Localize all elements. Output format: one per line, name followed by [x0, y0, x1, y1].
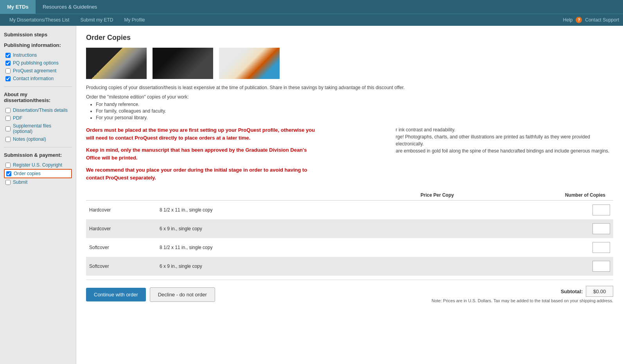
price-4: [336, 257, 457, 276]
type-1: Hardcover: [86, 201, 156, 220]
qty-input-3[interactable]: [592, 242, 610, 253]
submit-checkbox[interactable]: [5, 180, 11, 185]
price-1: [336, 201, 457, 220]
sidebar-title: Submission steps: [4, 32, 72, 38]
notes-label: Notes (optional): [13, 136, 46, 142]
pdf-checkbox[interactable]: [5, 116, 11, 121]
decline-button[interactable]: Decline - do not order: [150, 287, 215, 302]
right-info-2: rge! Photographs, charts, and other illu…: [396, 133, 613, 147]
table-row: Hardcover 6 x 9 in., single copy: [86, 219, 613, 238]
subtotal-line: Subtotal: $0.00: [561, 286, 613, 297]
sidebar: Submission steps Publishing information:…: [0, 26, 76, 364]
supplemental-checkbox[interactable]: [5, 126, 11, 131]
sidebar-item-pdf[interactable]: PDF: [4, 114, 72, 122]
contact-info-label: Contact information: [13, 76, 54, 81]
order-intro: Order the "milestone edition" copies of …: [86, 94, 613, 100]
right-info-section: r ink contrast and readability. rge! Pho…: [392, 126, 613, 186]
qty-cell-4: [457, 257, 613, 276]
main-layout: Submission steps Publishing information:…: [0, 26, 623, 364]
desc-1: 8 1/2 x 11 in., single copy: [156, 201, 336, 220]
warning-text-3: We recommend that you place your order d…: [86, 166, 321, 181]
notes-checkbox[interactable]: [5, 137, 11, 142]
order-copies-checkbox[interactable]: [6, 171, 11, 176]
tab-resources[interactable]: Resources & Guidelines: [36, 0, 104, 14]
sidebar-item-supplemental[interactable]: Supplemental files (optional): [4, 122, 72, 135]
bottom-bar: Continue with order Decline - do not ord…: [86, 280, 613, 305]
tab-my-etds[interactable]: My ETDs: [0, 0, 36, 14]
table-row: Softcover 6 x 9 in., single copy: [86, 257, 613, 276]
images-row: [86, 48, 613, 79]
contact-info-checkbox[interactable]: [5, 76, 11, 81]
subnav-my-profile[interactable]: My Profile: [118, 14, 150, 26]
desc-3: 8 1/2 x 11 in., single copy: [156, 238, 336, 257]
subnav-submit-etd[interactable]: Submit my ETD: [75, 14, 118, 26]
intro-text: Producing copies of your dissertation/th…: [86, 85, 613, 90]
qty-cell-3: [457, 238, 613, 257]
section-title-dissertation: About my dissertation/thesis:: [4, 91, 72, 103]
sidebar-item-proquest-agreement[interactable]: ProQuest agreement: [4, 67, 72, 75]
book-image-1: [86, 48, 147, 79]
subtotal-area: Subtotal: $0.00 Note: Prices are in U.S.…: [432, 286, 614, 303]
book-image-2: [153, 48, 213, 79]
split-section: Orders must be placed at the time you ar…: [86, 126, 613, 186]
col-description: [156, 190, 336, 201]
sidebar-item-order-copies[interactable]: Order copies: [4, 169, 72, 178]
qty-input-4[interactable]: [592, 261, 610, 272]
bullet-3: For your personal library.: [96, 115, 613, 120]
warning-text-1: Orders must be placed at the time you ar…: [86, 126, 321, 142]
instructions-label: Instructions: [13, 52, 37, 58]
copies-table: Price Per Copy Number of Copies Hardcove…: [86, 190, 613, 276]
bullet-list: For handy reference. For family, colleag…: [96, 102, 613, 120]
sidebar-item-dissertation-details[interactable]: Dissertation/Thesis details: [4, 106, 72, 114]
book-image-3: [219, 48, 280, 79]
pq-publishing-label: PQ publishing options: [13, 60, 59, 66]
sub-nav: My Dissertations/Theses List Submit my E…: [0, 14, 623, 26]
register-copyright-checkbox[interactable]: [5, 163, 11, 168]
sub-nav-right: Help ? Contact Support: [563, 17, 619, 23]
sidebar-item-notes[interactable]: Notes (optional): [4, 135, 72, 143]
subtotal-note: Note: Prices are in U.S. Dollars. Tax ma…: [432, 298, 614, 303]
dissertation-details-label: Dissertation/Thesis details: [13, 108, 68, 113]
pq-publishing-checkbox[interactable]: [5, 61, 11, 66]
continue-button[interactable]: Continue with order: [86, 288, 146, 301]
help-icon[interactable]: ?: [576, 17, 582, 23]
subtotal-value: $0.00: [586, 286, 613, 297]
order-copies-label: Order copies: [14, 171, 41, 176]
proquest-agreement-checkbox[interactable]: [5, 68, 11, 74]
col-type: [86, 190, 156, 201]
qty-cell-2: [457, 219, 613, 238]
qty-input-2[interactable]: [592, 223, 610, 234]
section-title-payment: Submission & payment:: [4, 152, 72, 158]
sidebar-divider-2: [4, 147, 72, 147]
sidebar-item-pq-publishing[interactable]: PQ publishing options: [4, 59, 72, 67]
desc-2: 6 x 9 in., single copy: [156, 219, 336, 238]
sidebar-item-submit[interactable]: Submit: [4, 178, 72, 186]
desc-4: 6 x 9 in., single copy: [156, 257, 336, 276]
sidebar-item-register-copyright[interactable]: Register U.S. Copyright: [4, 161, 72, 169]
proquest-agreement-label: ProQuest agreement: [13, 68, 56, 74]
page-title: Order Copies: [86, 34, 613, 42]
dissertation-details-checkbox[interactable]: [5, 108, 11, 113]
type-4: Softcover: [86, 257, 156, 276]
warning-text-2: Keep in mind, only the manuscript that h…: [86, 146, 321, 161]
help-link[interactable]: Help: [563, 17, 573, 23]
sidebar-item-contact-info[interactable]: Contact information: [4, 75, 72, 82]
top-nav-tabs: My ETDs Resources & Guidelines: [0, 0, 104, 14]
instructions-checkbox[interactable]: [5, 53, 11, 58]
sidebar-divider-1: [4, 86, 72, 87]
qty-input-1[interactable]: [592, 204, 610, 215]
price-3: [336, 238, 457, 257]
type-2: Hardcover: [86, 219, 156, 238]
contact-support-link[interactable]: Contact Support: [585, 17, 619, 23]
table-row: Hardcover 8 1/2 x 11 in., single copy: [86, 201, 613, 220]
warning-section: Orders must be placed at the time you ar…: [86, 126, 392, 186]
qty-cell-1: [457, 201, 613, 220]
content-area: Order Copies Producing copies of your di…: [76, 26, 623, 364]
sidebar-item-instructions[interactable]: Instructions: [4, 51, 72, 59]
right-info-1: r ink contrast and readability.: [396, 126, 613, 133]
col-copies: Number of Copies: [457, 190, 613, 201]
subnav-my-list[interactable]: My Dissertations/Theses List: [4, 14, 75, 26]
type-3: Softcover: [86, 238, 156, 257]
bullet-2: For family, colleagues and faculty.: [96, 108, 613, 114]
col-price: Price Per Copy: [336, 190, 457, 201]
